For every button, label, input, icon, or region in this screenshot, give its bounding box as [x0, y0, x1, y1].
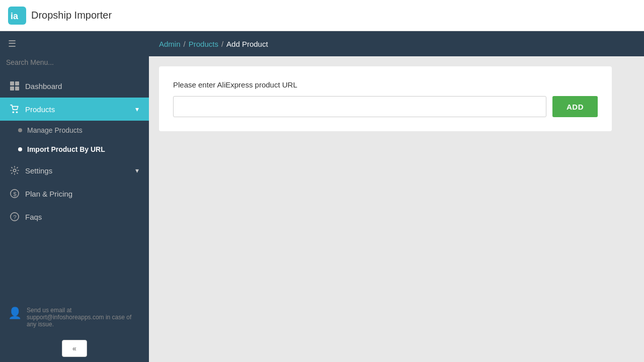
- sidebar-item-faqs-label: Faqs: [25, 213, 139, 221]
- manage-products-label: Manage Products: [27, 126, 83, 134]
- content-area: Admin / Products / Add Product Please en…: [149, 31, 644, 362]
- svg-text:?: ?: [13, 214, 17, 220]
- sidebar: ☰ Dashboard: [0, 31, 149, 362]
- sidebar-collapse-button[interactable]: «: [62, 340, 87, 357]
- svg-rect-3: [15, 81, 19, 85]
- breadcrumb-admin[interactable]: Admin: [159, 40, 181, 48]
- hamburger-menu[interactable]: ☰: [0, 31, 149, 56]
- add-product-card: Please enter AliExpress product URL ADD: [159, 66, 612, 131]
- url-row: ADD: [173, 96, 598, 117]
- app-title: Dropship Importer: [31, 10, 112, 21]
- import-product-label: Import Product By URL: [27, 145, 105, 153]
- settings-chevron-icon: ▾: [135, 166, 139, 174]
- dashboard-icon: [10, 81, 19, 90]
- sidebar-search-input[interactable]: [6, 56, 143, 68]
- products-cart-icon: [10, 105, 19, 114]
- sidebar-item-plan-label: Plan & Pricing: [25, 190, 139, 198]
- sidebar-item-products-label: Products: [25, 105, 129, 114]
- aliexpress-url-input[interactable]: [173, 96, 546, 117]
- collapse-chevron-icon: «: [72, 344, 76, 352]
- svg-rect-5: [15, 86, 19, 90]
- svg-rect-4: [10, 86, 14, 90]
- page-content: Please enter AliExpress product URL ADD: [149, 56, 644, 362]
- main-layout: ☰ Dashboard: [0, 31, 644, 362]
- faqs-question-icon: ?: [10, 212, 19, 221]
- sidebar-subitem-manage-products[interactable]: Manage Products: [0, 121, 149, 140]
- svg-text:$: $: [13, 191, 17, 197]
- sidebar-footer: 👤 Send us email at support@infoshoreapps…: [0, 300, 149, 335]
- sidebar-subitem-import-product[interactable]: Import Product By URL: [0, 140, 149, 159]
- breadcrumb-sep-2: /: [221, 40, 223, 48]
- svg-point-8: [13, 169, 16, 171]
- sidebar-item-dashboard-label: Dashboard: [25, 82, 139, 90]
- sidebar-item-plan[interactable]: $ Plan & Pricing: [0, 182, 149, 205]
- svg-point-7: [16, 112, 18, 114]
- url-prompt-label: Please enter AliExpress product URL: [173, 80, 598, 89]
- sidebar-item-settings-label: Settings: [25, 166, 129, 175]
- breadcrumb: Admin / Products / Add Product: [149, 31, 644, 56]
- sidebar-item-products[interactable]: Products ▾: [0, 98, 149, 121]
- manage-products-bullet: [18, 128, 22, 132]
- person-icon: 👤: [8, 307, 22, 320]
- sidebar-item-settings[interactable]: Settings ▾: [0, 159, 149, 182]
- app-logo: ia: [8, 7, 26, 25]
- add-product-button[interactable]: ADD: [552, 96, 598, 117]
- plan-dollar-icon: $: [10, 189, 19, 198]
- breadcrumb-sep-1: /: [184, 40, 186, 48]
- sidebar-item-faqs[interactable]: ? Faqs: [0, 205, 149, 228]
- breadcrumb-add-product: Add Product: [226, 40, 268, 48]
- sidebar-item-dashboard[interactable]: Dashboard: [0, 74, 149, 98]
- support-email-text: Send us email at support@infoshoreapps.c…: [27, 307, 141, 328]
- svg-text:ia: ia: [11, 11, 19, 21]
- svg-rect-2: [10, 81, 14, 85]
- settings-gear-icon: [10, 166, 19, 175]
- top-header: ia Dropship Importer: [0, 0, 644, 31]
- svg-point-6: [13, 112, 15, 114]
- breadcrumb-products[interactable]: Products: [189, 40, 218, 48]
- import-product-bullet: [18, 147, 22, 151]
- products-chevron-icon: ▾: [135, 105, 139, 113]
